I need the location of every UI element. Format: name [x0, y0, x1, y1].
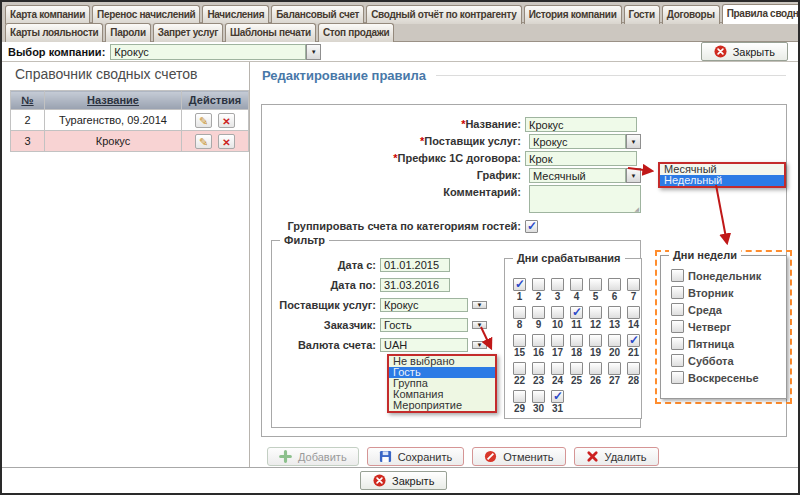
- dropdown-option[interactable]: Мероприятие: [389, 400, 495, 411]
- calendar-day-checkbox[interactable]: [551, 362, 564, 375]
- calendar-day-checkbox[interactable]: [513, 306, 526, 319]
- calendar-day-checkbox[interactable]: [532, 278, 545, 291]
- calendar-day-checkbox[interactable]: [627, 362, 640, 375]
- weekday-row: Пятница: [671, 337, 786, 350]
- calendar-day-checkbox[interactable]: [532, 306, 545, 319]
- tab[interactable]: Перенос начислений: [92, 5, 200, 24]
- weekday-checkbox[interactable]: [671, 320, 684, 333]
- name-field[interactable]: [525, 117, 637, 132]
- calendar-day-checkbox[interactable]: [532, 362, 545, 375]
- calendar-day-checkbox[interactable]: [608, 334, 621, 347]
- calendar-day-checkbox[interactable]: [589, 334, 602, 347]
- calendar-day-checkbox[interactable]: [551, 390, 564, 403]
- calendar-day-number: 25: [571, 375, 582, 386]
- weekday-checkbox[interactable]: [671, 354, 684, 367]
- tab[interactable]: Начисления: [202, 5, 269, 24]
- add-button[interactable]: Добавить: [267, 447, 359, 466]
- schedule-select[interactable]: [525, 168, 641, 183]
- tab[interactable]: Стоп продажи: [318, 23, 395, 42]
- tab[interactable]: Правила сводных счетов: [722, 4, 800, 24]
- calendar-day-checkbox[interactable]: [532, 390, 545, 403]
- weekday-checkbox[interactable]: [671, 286, 684, 299]
- calendar-day-checkbox[interactable]: [608, 362, 621, 375]
- tab[interactable]: Сводный отчёт по контрагенту: [366, 5, 521, 24]
- calendar-day-checkbox[interactable]: [551, 306, 564, 319]
- customer-label: Заказчик:: [272, 319, 376, 331]
- chevron-down-icon[interactable]: [472, 341, 487, 349]
- title-rule: [436, 75, 786, 76]
- tab[interactable]: Пароли: [105, 23, 150, 42]
- tab[interactable]: Гости: [624, 5, 660, 24]
- calendar-day-checkbox[interactable]: [608, 306, 621, 319]
- cancel-button[interactable]: Отменить: [472, 447, 565, 466]
- calendar-day-checkbox[interactable]: [513, 362, 526, 375]
- calendar-day-checkbox[interactable]: [627, 306, 640, 319]
- calendar-day-checkbox[interactable]: [513, 390, 526, 403]
- calendar-day-checkbox[interactable]: [627, 278, 640, 291]
- calendar-day-checkbox[interactable]: [570, 306, 583, 319]
- calendar-day-checkbox[interactable]: [551, 334, 564, 347]
- date-from-field[interactable]: [380, 258, 450, 272]
- close-button-top[interactable]: Закрыть: [701, 42, 788, 61]
- schedule-select-value[interactable]: [529, 168, 626, 183]
- calendar-day: 28: [624, 362, 643, 386]
- chevron-down-icon[interactable]: [306, 44, 321, 60]
- calendar-day-checkbox[interactable]: [570, 334, 583, 347]
- calendar-day-checkbox[interactable]: [570, 362, 583, 375]
- comment-field[interactable]: [529, 185, 641, 213]
- sort-by-number-link[interactable]: №: [21, 94, 33, 106]
- tab[interactable]: Договоры: [662, 5, 720, 24]
- weekday-checkbox[interactable]: [671, 303, 684, 316]
- chevron-down-icon[interactable]: [626, 168, 641, 183]
- company-select-value[interactable]: [110, 44, 306, 60]
- close-button-bottom[interactable]: Закрыть: [360, 471, 447, 490]
- calendar-day-checkbox[interactable]: [589, 362, 602, 375]
- date-to-field[interactable]: [380, 278, 450, 292]
- weekday-checkbox[interactable]: [671, 337, 684, 350]
- delete-button[interactable]: [218, 113, 235, 128]
- weekday-checkbox[interactable]: [671, 371, 684, 384]
- edit-button[interactable]: [195, 113, 212, 128]
- tab[interactable]: Шаблоны печати: [225, 23, 316, 42]
- currency-select-value[interactable]: [380, 338, 468, 352]
- pencil-icon: [199, 134, 208, 149]
- tab[interactable]: История компании: [524, 5, 622, 24]
- tab[interactable]: Карта компании: [5, 5, 90, 24]
- filter-provider-select-value[interactable]: [380, 298, 468, 312]
- weekday-row: Воскресенье: [671, 371, 786, 384]
- calendar-day: 17: [548, 334, 567, 358]
- provider-select[interactable]: [525, 134, 641, 149]
- company-select[interactable]: [110, 44, 321, 60]
- chevron-down-icon[interactable]: [472, 301, 487, 309]
- calendar-day-number: 21: [628, 347, 639, 358]
- customer-select-value[interactable]: [380, 318, 468, 332]
- tab[interactable]: Запрет услуг: [153, 23, 223, 42]
- save-button[interactable]: Сохранить: [367, 447, 465, 466]
- group-checkbox[interactable]: [525, 220, 538, 233]
- calendar-day-checkbox[interactable]: [589, 278, 602, 291]
- weekday-checkbox[interactable]: [671, 269, 684, 282]
- edit-button[interactable]: [195, 134, 212, 149]
- calendar-day-checkbox[interactable]: [589, 306, 602, 319]
- calendar-day: 2: [529, 278, 548, 302]
- calendar-day-checkbox[interactable]: [513, 334, 526, 347]
- chevron-down-icon[interactable]: [626, 134, 641, 149]
- calendar-day-number: 5: [593, 291, 599, 302]
- calendar-day-checkbox[interactable]: [608, 278, 621, 291]
- calendar-day-checkbox[interactable]: [513, 278, 526, 291]
- date-from-label: Дата с:: [272, 259, 376, 271]
- delete-button[interactable]: Удалить: [574, 447, 659, 466]
- calendar-day-number: 20: [609, 347, 620, 358]
- calendar-day-checkbox[interactable]: [570, 278, 583, 291]
- chevron-down-icon[interactable]: [472, 321, 487, 329]
- calendar-day-checkbox[interactable]: [532, 334, 545, 347]
- tab[interactable]: Балансовый счет: [271, 5, 364, 24]
- calendar-day-checkbox[interactable]: [627, 334, 640, 347]
- prefix-field[interactable]: [525, 151, 637, 166]
- calendar-day-checkbox[interactable]: [551, 278, 564, 291]
- dropdown-option[interactable]: Недельный: [660, 175, 784, 186]
- sort-by-name-link[interactable]: Название: [87, 94, 139, 106]
- delete-button[interactable]: [218, 134, 235, 149]
- provider-select-value[interactable]: [529, 134, 626, 149]
- tab[interactable]: Карты лояльности: [5, 23, 103, 42]
